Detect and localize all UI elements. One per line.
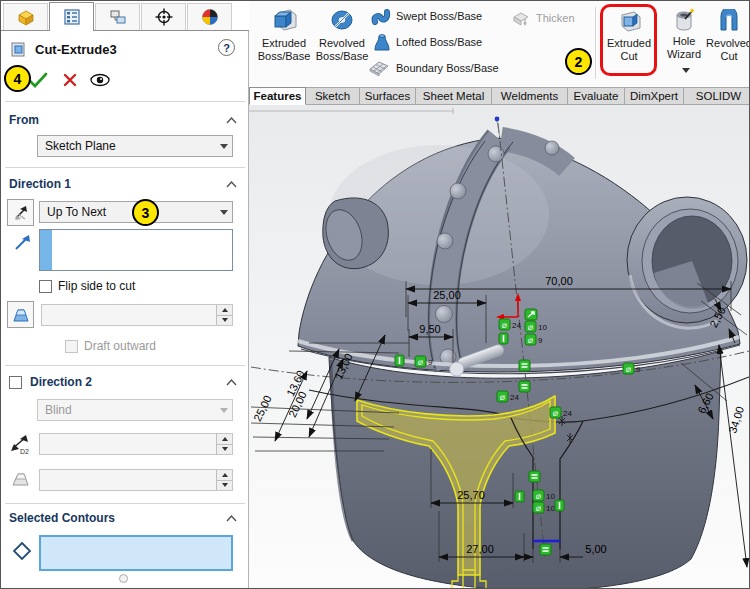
- tab-dimxpert[interactable]: DimXpert: [625, 87, 684, 105]
- draft-angle-spinner[interactable]: [216, 305, 232, 325]
- svg-text:⌀: ⌀: [418, 357, 424, 367]
- diameter-relation-icon[interactable]: ⌀ 24: [497, 391, 519, 402]
- draft-outward-label: Draft outward: [84, 339, 156, 353]
- cancel-button[interactable]: [57, 67, 83, 93]
- vertical-relation-icon[interactable]: [515, 491, 524, 502]
- direction2-draft-spinner: [216, 470, 232, 490]
- divider: [5, 101, 245, 102]
- start-condition-select[interactable]: Sketch Plane: [37, 135, 233, 157]
- solidworks-window: Cut-Extrude3 ? From Sketch Plane: [0, 0, 750, 589]
- direction2-end-condition-value: Blind: [45, 403, 72, 417]
- graphics-area[interactable]: 70,00 25,00 9,50 25,70: [249, 105, 750, 589]
- extruded-cut-highlight-box: [600, 4, 657, 76]
- direction2-section-header[interactable]: Direction 2: [9, 373, 241, 391]
- from-section-header[interactable]: From: [9, 111, 241, 129]
- diameter-relation-icon[interactable]: ⌀ 9: [415, 356, 433, 367]
- flip-side-checkbox-row[interactable]: Flip side to cut: [39, 279, 135, 293]
- revolved-boss-button[interactable]: Revolved Boss/Base: [313, 7, 371, 62]
- svg-text:9: 9: [538, 336, 543, 345]
- equal-relation-icon[interactable]: [519, 360, 530, 371]
- draft-icon: [11, 306, 31, 324]
- check-icon: [28, 72, 48, 88]
- reverse-direction-icon: [12, 204, 30, 222]
- divider: [5, 365, 245, 366]
- rivet: [436, 306, 453, 323]
- tab-features[interactable]: Features: [249, 87, 306, 105]
- draft-button[interactable]: [7, 301, 34, 328]
- direction2-checkbox[interactable]: [9, 376, 22, 389]
- svg-text:⌀: ⌀: [536, 491, 542, 501]
- tab-dimxpertmanager[interactable]: [141, 3, 186, 30]
- selected-contours-header[interactable]: Selected Contours: [9, 509, 241, 527]
- hole-wizard-dropdown-arrow[interactable]: [682, 68, 690, 73]
- equal-relation-icon[interactable]: [540, 544, 551, 555]
- reverse-direction-button[interactable]: [7, 199, 34, 226]
- tab-weldments[interactable]: Weldments: [492, 87, 568, 105]
- revolved-cut-icon: [716, 9, 742, 35]
- extruded-boss-label: Extruded Boss/Base: [255, 37, 313, 62]
- chevron-up-icon: [226, 379, 237, 386]
- diameter-relation-icon[interactable]: ⌀ 10: [533, 490, 555, 501]
- end-condition-value: Up To Next: [47, 205, 106, 219]
- revolved-cut-button[interactable]: Revolved Cut: [707, 9, 750, 62]
- tab-sheet-metal[interactable]: Sheet Metal: [416, 87, 492, 105]
- diameter-relation-icon[interactable]: ⌀ 24: [499, 319, 521, 330]
- direction2-depth-field: [39, 433, 233, 455]
- diameter-relation-icon[interactable]: ⌀ 9: [623, 363, 641, 374]
- diameter-relation-icon[interactable]: ⌀ 10: [533, 502, 555, 513]
- svg-text:24: 24: [510, 393, 519, 402]
- chevron-up-icon: [226, 181, 237, 188]
- right-port: [627, 197, 747, 328]
- equal-relation-icon[interactable]: [529, 471, 540, 482]
- direction-reference-icon: [13, 233, 33, 253]
- vertical-relation-icon[interactable]: [555, 500, 564, 511]
- tab-featuremanager[interactable]: [3, 3, 48, 30]
- diameter-relation-icon[interactable]: ⌀ 10: [525, 321, 547, 332]
- direction2-end-condition-select: Blind: [37, 399, 233, 421]
- thicken-label: Thicken: [536, 12, 575, 24]
- selected-contours-listbox[interactable]: [39, 535, 233, 571]
- direction1-section-header[interactable]: Direction 1: [9, 175, 241, 193]
- draft-outward-row: Draft outward: [65, 339, 156, 353]
- panel-resize-handle[interactable]: [119, 574, 128, 583]
- fix-relation-icon[interactable]: [525, 309, 537, 320]
- diameter-relation-icon[interactable]: ⌀ 9: [525, 334, 543, 345]
- feature-title-row: Cut-Extrude3 ?: [1, 37, 249, 61]
- draft2-icon: [10, 469, 32, 489]
- svg-text:⌀: ⌀: [626, 364, 632, 374]
- svg-text:9: 9: [636, 365, 641, 374]
- tab-propertymanager[interactable]: [49, 2, 94, 31]
- direction-reference-listbox[interactable]: [39, 229, 233, 271]
- thicken-icon: [511, 9, 531, 27]
- swept-boss-button[interactable]: Swept Boss/Base: [371, 5, 482, 27]
- equal-relation-icon[interactable]: [519, 381, 530, 392]
- svg-text:⌀: ⌀: [528, 335, 534, 345]
- svg-text:27,00: 27,00: [466, 543, 494, 555]
- draft-angle-field[interactable]: [41, 304, 233, 326]
- vertical-relation-icon[interactable]: [395, 355, 404, 366]
- vertical-relation-icon[interactable]: [499, 333, 508, 344]
- tab-sketch[interactable]: Sketch: [306, 87, 360, 105]
- flip-side-checkbox[interactable]: [39, 280, 52, 293]
- cut-extrude-feature-icon: [9, 40, 27, 58]
- property-manager-panel: Cut-Extrude3 ? From Sketch Plane: [1, 1, 249, 589]
- help-icon[interactable]: ?: [218, 39, 235, 56]
- callout-3: 3: [132, 199, 159, 226]
- tab-surfaces[interactable]: Surfaces: [360, 87, 416, 105]
- tab-displaymanager[interactable]: [187, 3, 232, 30]
- diameter-relation-icon[interactable]: ⌀ 24: [550, 407, 572, 418]
- svg-text:9,50: 9,50: [419, 323, 440, 335]
- sketch-point[interactable]: [495, 117, 500, 138]
- tab-solidworks-addins[interactable]: SOLIDW: [684, 87, 750, 105]
- boundary-boss-label: Boundary Boss/Base: [396, 62, 499, 74]
- svg-text:10: 10: [546, 504, 555, 513]
- crosshair-icon: [155, 8, 173, 26]
- swept-boss-label: Swept Boss/Base: [396, 10, 482, 22]
- tab-configurationmanager[interactable]: [95, 3, 140, 30]
- tab-evaluate[interactable]: Evaluate: [568, 87, 625, 105]
- extruded-boss-button[interactable]: Extruded Boss/Base: [255, 7, 313, 62]
- hole-wizard-button[interactable]: Hole Wizard: [661, 7, 707, 60]
- lofted-boss-button[interactable]: Lofted Boss/Base: [371, 31, 482, 53]
- boundary-boss-button[interactable]: Boundary Boss/Base: [367, 57, 499, 79]
- preview-button[interactable]: [87, 67, 113, 93]
